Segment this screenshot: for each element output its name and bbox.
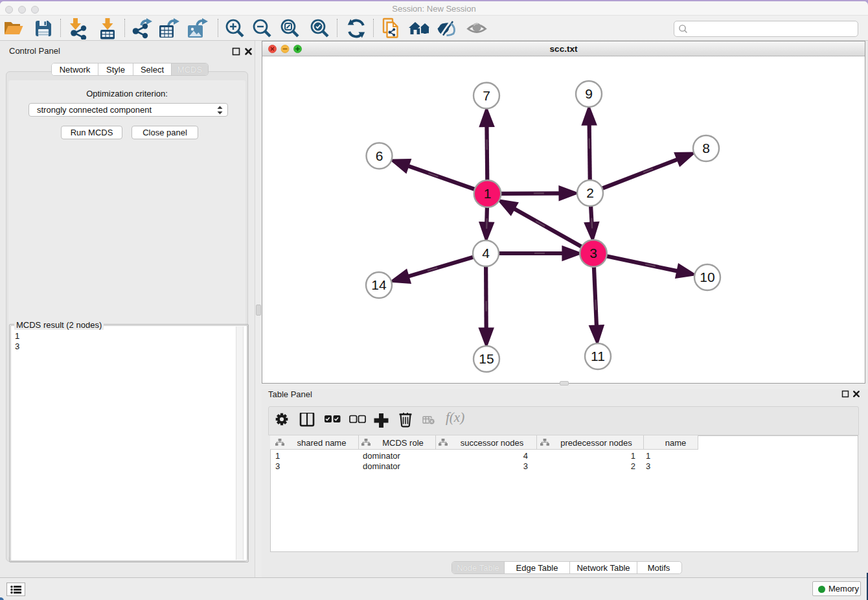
svg-text:10: 10 xyxy=(700,270,714,284)
svg-text:3: 3 xyxy=(589,246,597,260)
svg-text:11: 11 xyxy=(591,349,605,363)
svg-text:4: 4 xyxy=(482,246,490,260)
svg-text:2: 2 xyxy=(586,185,594,200)
svg-text:14: 14 xyxy=(371,277,387,292)
svg-text:9: 9 xyxy=(585,86,593,101)
svg-text:7: 7 xyxy=(483,88,490,103)
svg-text:6: 6 xyxy=(376,148,383,163)
svg-text:15: 15 xyxy=(479,351,494,366)
svg-text:8: 8 xyxy=(702,141,710,156)
svg-text:1: 1 xyxy=(484,186,492,201)
